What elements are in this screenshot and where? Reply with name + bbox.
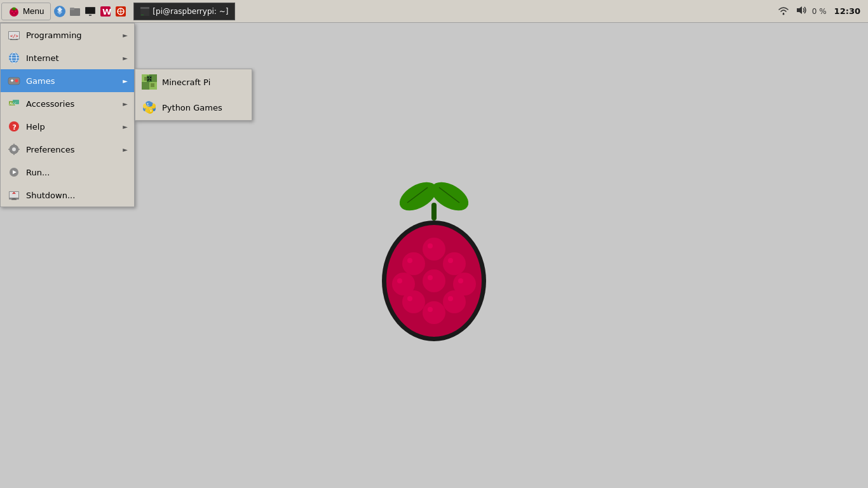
svg-text:W: W: [102, 7, 111, 17]
help-arrow: ►: [123, 123, 128, 130]
svg-rect-86: [150, 77, 151, 78]
taskbar: Menu W: [0, 0, 868, 23]
terminal-window-button[interactable]: _ [pi@raspberrypi: ~]: [133, 3, 235, 20]
main-menu: </> Programming ► Internet ►: [0, 23, 135, 207]
menu-item-run[interactable]: Run...: [1, 161, 134, 184]
internet-label: Internet: [26, 53, 123, 63]
help-icon: ?: [7, 119, 21, 133]
svg-point-35: [402, 290, 425, 313]
svg-text:</>: </>: [10, 34, 18, 39]
accessories-label: Accessories: [26, 99, 123, 109]
preferences-label: Preferences: [26, 145, 123, 154]
svg-point-44: [407, 296, 412, 301]
terminal-icon: _: [140, 7, 149, 16]
svg-point-31: [443, 252, 466, 275]
svg-point-45: [448, 296, 453, 301]
run-icon: [7, 165, 21, 179]
svg-point-21: [782, 13, 784, 15]
monitor-icon[interactable]: [83, 4, 97, 18]
shutdown-label: Shutdown...: [26, 191, 128, 200]
wolfram-icon[interactable]: W: [98, 4, 112, 18]
svg-point-41: [397, 278, 402, 283]
svg-rect-71: [8, 149, 11, 150]
preferences-icon: [7, 142, 21, 156]
shutdown-icon: [7, 188, 21, 202]
svg-point-37: [423, 301, 445, 324]
raspberry-icon: [8, 6, 20, 17]
menu-label: Menu: [23, 6, 44, 16]
menu-item-shutdown[interactable]: Shutdown...: [1, 184, 134, 207]
svg-point-46: [428, 307, 433, 312]
menu-item-preferences[interactable]: Preferences ►: [1, 138, 134, 161]
submenu-item-python-games[interactable]: Python Games: [135, 95, 252, 120]
games-arrow: ►: [123, 78, 128, 85]
accessories-arrow: ►: [123, 100, 128, 107]
submenu-item-minecraft[interactable]: Minecraft Pi: [135, 69, 252, 95]
folder-icon[interactable]: [68, 4, 82, 18]
system-tray: 0 % 12:30: [776, 4, 868, 18]
minecraft-label: Minecraft Pi: [162, 78, 210, 87]
svg-rect-61: [11, 79, 13, 82]
svg-rect-89: [150, 79, 151, 81]
menu-button[interactable]: Menu: [1, 3, 51, 20]
svg-rect-72: [17, 149, 20, 150]
svg-rect-52: [10, 39, 18, 40]
svg-marker-22: [797, 6, 802, 14]
svg-point-33: [423, 269, 445, 292]
svg-rect-8: [70, 8, 74, 10]
wifi-icon[interactable]: [776, 4, 790, 18]
svg-point-4: [15, 10, 17, 12]
svg-point-68: [12, 147, 16, 151]
programming-icon: </>: [7, 28, 21, 42]
menu-item-help[interactable]: ? Help ►: [1, 115, 134, 138]
run-label: Run...: [26, 168, 128, 177]
svg-point-30: [402, 252, 425, 275]
internet-icon: [7, 51, 21, 65]
svg-point-36: [443, 290, 466, 313]
svg-point-38: [428, 243, 433, 248]
games-label: Games: [26, 76, 123, 86]
games-submenu: Minecraft Pi: [135, 69, 252, 121]
terminal-title: [pi@raspberrypi: ~]: [153, 7, 228, 16]
programming-label: Programming: [26, 30, 123, 40]
programming-arrow: ►: [123, 32, 128, 39]
preferences-arrow: ►: [123, 146, 128, 153]
minecraft-icon: [142, 74, 157, 90]
svg-point-29: [423, 238, 445, 261]
svg-rect-88: [147, 79, 149, 81]
svg-point-59: [15, 79, 18, 83]
svg-point-3: [11, 10, 13, 12]
svg-text:Acc: Acc: [10, 101, 17, 105]
svg-rect-47: [431, 203, 437, 220]
svg-text:?: ?: [13, 123, 17, 132]
help-label: Help: [26, 122, 123, 132]
menu-item-programming[interactable]: </> Programming ►: [1, 24, 134, 46]
menu-item-games[interactable]: Games ►: [1, 69, 134, 92]
svg-rect-85: [147, 77, 149, 78]
svg-point-91: [151, 111, 152, 112]
python-games-label: Python Games: [162, 103, 222, 112]
games-icon: [7, 74, 21, 88]
svg-rect-83: [151, 83, 154, 87]
mathematica-icon[interactable]: [114, 4, 128, 18]
svg-point-42: [428, 275, 433, 280]
internet-arrow: ►: [123, 55, 128, 62]
accessories-icon: Acc: [7, 97, 21, 111]
menu-item-internet[interactable]: Internet ►: [1, 46, 134, 69]
svg-rect-87: [148, 79, 151, 79]
svg-point-43: [458, 278, 463, 283]
battery-percentage: 0 %: [812, 7, 827, 16]
svg-point-40: [448, 258, 453, 263]
svg-point-90: [147, 104, 149, 105]
svg-rect-10: [86, 8, 95, 13]
svg-point-5: [13, 12, 15, 14]
file-manager-icon[interactable]: [53, 4, 67, 18]
volume-icon[interactable]: [794, 4, 808, 18]
clock: 12:30: [831, 6, 864, 16]
python-icon: [142, 100, 157, 115]
svg-rect-11: [89, 15, 92, 16]
raspberry-pi-logo: [364, 163, 504, 348]
svg-rect-69: [13, 144, 15, 146]
svg-point-39: [407, 258, 412, 263]
menu-item-accessories[interactable]: Acc Accessories ►: [1, 92, 134, 115]
